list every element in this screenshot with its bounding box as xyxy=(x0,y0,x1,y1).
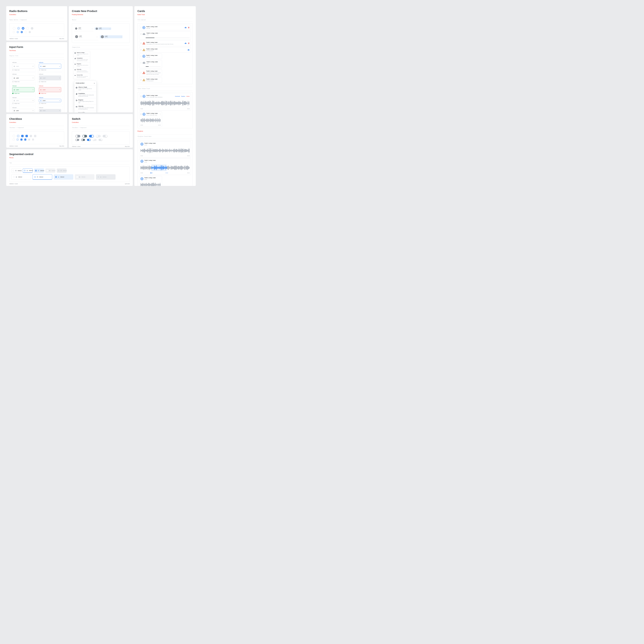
waveform[interactable] xyxy=(141,183,161,186)
waveform[interactable] xyxy=(141,148,190,153)
waveform[interactable] xyxy=(141,100,190,106)
delete-link[interactable]: Delete xyxy=(186,96,190,97)
upload-card-error-compact[interactable]: Track 1: song_1.wav The duration is 17,5… xyxy=(139,69,162,76)
product-option-concert-film[interactable]: Concert film High quality video of up 30… xyxy=(74,111,96,112)
master-list-item-lg[interactable]: Label Sub line xyxy=(74,33,98,40)
play-button[interactable] xyxy=(142,55,145,58)
radio-default-sm[interactable] xyxy=(13,31,15,33)
checkbox-checked[interactable] xyxy=(21,135,24,137)
selection-end[interactable]: 02:10 xyxy=(166,172,168,173)
radio-selected-sm[interactable] xyxy=(21,31,23,33)
drag-handle-icon[interactable] xyxy=(141,56,141,57)
close-icon[interactable] xyxy=(94,82,95,84)
master-list-item-hover[interactable]: Label Sub line xyxy=(95,27,111,30)
upload-card-progress-compact[interactable]: Track 1: song_1.wav 20% xyxy=(139,60,162,68)
product-option-concert-film[interactable]: Concert film High quality video of up 30… xyxy=(73,74,90,79)
drag-handle-icon[interactable] xyxy=(141,62,141,64)
product-option-ringtone[interactable]: Ringtone Create a ringtone selecting 30s… xyxy=(74,98,96,105)
checkbox-hover-sm[interactable] xyxy=(17,139,19,141)
segment-default-lg[interactable]: Selector xyxy=(11,174,31,180)
product-option-videoclip[interactable]: Videoclip Create a video of up 10min to … xyxy=(73,68,90,73)
segment-selected[interactable]: Selector xyxy=(34,168,44,173)
checkbox-default[interactable] xyxy=(13,135,15,137)
upload-card-pending-compact[interactable]: Track 1: song_1.wav Pending upload xyxy=(139,77,162,83)
play-button[interactable] xyxy=(141,177,143,180)
radio-hover-sm[interactable] xyxy=(17,31,19,33)
album-track-card[interactable]: Track 1: song_1.wav 02:14, 16.85 MB, 16-… xyxy=(139,94,191,111)
select-input[interactable]: Label xyxy=(39,99,61,102)
master-list-item-lg-hover[interactable]: Label Sub line xyxy=(100,35,122,38)
drag-handle-icon[interactable] xyxy=(141,43,141,44)
checkbox-checked-sm[interactable] xyxy=(20,139,22,141)
select-input[interactable]: Label xyxy=(12,64,35,69)
product-option-videoclip[interactable]: Videoclip Create a video of up 10min to … xyxy=(74,105,96,111)
chevron-up-icon[interactable] xyxy=(59,66,60,67)
master-list-item[interactable]: Label Sub line xyxy=(74,26,93,31)
play-button[interactable] xyxy=(142,26,145,29)
switch-on-blue[interactable] xyxy=(89,135,94,137)
upload-cloud-icon[interactable] xyxy=(185,27,187,29)
play-button[interactable] xyxy=(143,95,145,98)
select-input[interactable]: Label xyxy=(12,75,35,80)
select-input[interactable]: Label xyxy=(39,87,61,92)
waveform[interactable] xyxy=(141,118,161,122)
checkbox-indeterminate-sm[interactable] xyxy=(24,139,26,141)
drag-grid-icon[interactable] xyxy=(141,96,142,97)
ringtone-card-compact[interactable]: Track 1: song_1.wav 04:33 00:00 04:33 xyxy=(139,176,162,186)
select-input[interactable]: Label xyxy=(12,109,35,112)
switch-off-slate-sm[interactable] xyxy=(81,139,85,141)
radio-default[interactable] xyxy=(13,27,15,30)
chevron-down-icon[interactable] xyxy=(33,100,33,101)
chevron-down-icon[interactable] xyxy=(33,66,33,67)
switch-off-gray[interactable] xyxy=(75,135,80,137)
select-input[interactable]: Label xyxy=(12,99,35,102)
switch-on-blue-sm[interactable] xyxy=(87,139,91,141)
waveform-with-selection[interactable] xyxy=(141,165,190,170)
upload-card-pending[interactable]: Track 1: song_1.wav Pending upload xyxy=(139,47,191,53)
segment-hover-lg[interactable]: Selector xyxy=(33,174,52,180)
segment-selected-lg[interactable]: Selector xyxy=(54,174,73,180)
product-option-album[interactable]: Album or Single Create an album or singl… xyxy=(73,51,90,57)
play-button[interactable] xyxy=(141,160,143,163)
play-button[interactable] xyxy=(141,143,143,146)
play-button[interactable] xyxy=(143,113,145,116)
radio-hover[interactable] xyxy=(17,27,20,30)
delete-icon[interactable] xyxy=(188,27,190,28)
upload-card-error[interactable]: Track 1: song_1.wav The duration is 17,5… xyxy=(139,41,191,46)
ringtone-card[interactable]: Track 1: song_1.wav 04:33 00:00 04:33 xyxy=(139,141,191,158)
switch-off-slate[interactable] xyxy=(82,135,87,137)
replace-link[interactable]: Replace xyxy=(181,96,185,97)
checkbox-default-sm[interactable] xyxy=(13,139,15,141)
upload-card-ready[interactable]: Track 1: song_1.wav 3,52 Mb xyxy=(139,25,191,30)
checkbox-indeterminate[interactable] xyxy=(26,135,28,137)
radio-selected[interactable] xyxy=(22,27,24,30)
drag-handle-icon[interactable] xyxy=(141,72,141,74)
upload-cloud-icon[interactable] xyxy=(188,49,190,51)
segment-default[interactable]: Selector xyxy=(11,168,21,173)
upload-cloud-icon[interactable] xyxy=(185,42,187,44)
drag-handle-icon[interactable] xyxy=(141,27,141,28)
chevron-down-icon[interactable] xyxy=(33,110,33,111)
chevron-down-icon[interactable] xyxy=(33,89,33,90)
drag-grid-icon[interactable] xyxy=(141,113,142,115)
drag-handle-icon[interactable] xyxy=(141,49,141,51)
kebab-menu-icon[interactable] xyxy=(160,113,161,115)
select-input[interactable]: Label xyxy=(12,87,35,92)
product-option-ringtone[interactable]: Ringtone Create a ringtone selecting 30s… xyxy=(73,62,90,68)
upload-card-ready-compact[interactable]: Track 1: song_1.wav 3,52 Mb xyxy=(139,54,162,59)
upload-card-progress[interactable]: Track 1: song_1.wav 20% xyxy=(139,31,191,40)
segment-hover[interactable]: Selector xyxy=(23,168,33,173)
download-link[interactable]: Download xyxy=(175,96,180,97)
drag-handle-icon[interactable] xyxy=(141,33,141,35)
ringtone-card-selection[interactable]: Track 1: song_1.wav 04:33 00:00 01:04 02… xyxy=(139,159,191,175)
album-track-card-compact[interactable]: Track 1: song_1.wav 02:14, 16.85 MB, 16-… xyxy=(139,112,162,127)
chevron-down-icon[interactable] xyxy=(59,89,60,90)
product-option-compilation[interactable]: Compilation Create a compilation with ex… xyxy=(74,92,96,98)
chevron-up-icon[interactable] xyxy=(59,100,60,101)
product-option-album[interactable]: Album or Single Create an album or singl… xyxy=(74,86,96,92)
checkbox-hover[interactable] xyxy=(17,135,19,137)
select-input[interactable]: Label xyxy=(39,64,61,69)
delete-icon[interactable] xyxy=(188,42,190,44)
chevron-down-icon[interactable] xyxy=(33,77,33,79)
switch-off-gray-sm[interactable] xyxy=(75,139,79,141)
